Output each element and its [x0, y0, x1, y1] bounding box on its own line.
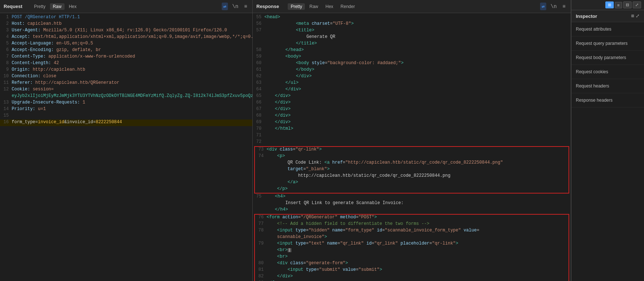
request-line-12b: eyJyb2xlIjoiMjEyMzJmMjk3YTU3YTVhNzQzODkO…	[0, 93, 252, 100]
response-code-area[interactable]: 55 <head> 56 <meta charset="UTF-8"> 57 <…	[253, 13, 571, 281]
list-view-btn[interactable]: ≡	[615, 2, 622, 8]
resp-line-55: 55 <head>	[253, 15, 571, 21]
inspector-item-cookies[interactable]: Request cookies	[571, 65, 644, 79]
request-line-16: 16 form_type=invoice_id&invoice_id=82222…	[0, 120, 252, 126]
request-line-9: 9 Origin: http://capiclean.htb	[0, 67, 252, 74]
inspector-title: Inspector	[576, 13, 597, 19]
resp-line-58: 58 </head>	[253, 47, 571, 54]
inspector-icon-expand[interactable]: ⤢	[636, 13, 640, 19]
menu-icon-response[interactable]: ≡	[561, 3, 567, 10]
wrap-icon-request[interactable]: ⇌	[222, 3, 228, 10]
tab-request-pretty[interactable]: Pretty	[31, 3, 48, 10]
response-tabs: Response Pretty Raw Hex Render	[256, 3, 358, 10]
resp-line-82: 82 </div>	[255, 274, 569, 280]
resp-line-67: 67 </div>	[253, 106, 571, 113]
inspector-item-request-headers[interactable]: Request headers	[571, 79, 644, 93]
resp-line-68: 68 </div>	[253, 113, 571, 120]
inspector-header-icons: ⊞ ⤢	[631, 13, 640, 19]
request-toolbar-right: ⇌ \n ≡	[222, 3, 249, 10]
response-toolbar-right: ⇌ \n ≡	[540, 3, 567, 10]
resp-line-57c: </title>	[253, 41, 571, 47]
resp-line-65: 65 </div>	[253, 93, 571, 100]
request-line-10: 10 Connection: close	[0, 74, 252, 80]
resp-line-74a: 74 <p>	[255, 153, 569, 160]
tab-response-pretty[interactable]: Pretty	[288, 3, 305, 10]
resp-line-74d: http://capiclean.htb/static/qr_code/qr_c…	[255, 173, 569, 180]
resp-line-78a: 78 <input type="hidden" name="form_type"…	[255, 228, 569, 234]
request-title: Request	[4, 4, 22, 9]
resp-line-76: 76 <form action="/QRGenerator" method="P…	[255, 215, 569, 221]
request-line-8: 8 Content-Length: 42	[0, 61, 252, 67]
response-panel: Response Pretty Raw Hex Render ⇌ \n ≡ 55…	[253, 0, 571, 281]
request-line-12a: 12 Cookie: session=	[0, 87, 252, 93]
newline-icon-request[interactable]: \n	[231, 3, 240, 10]
resp-line-66: 66 </div>	[253, 100, 571, 106]
resp-line-75c: </h4>	[253, 207, 571, 214]
resp-line-56: 56 <meta charset="UTF-8">	[253, 21, 571, 28]
inspector-item-body-params[interactable]: Request body parameters	[571, 51, 644, 65]
resp-line-75b: Insert QR Link to generate Scannable Inv…	[253, 200, 571, 207]
resp-line-81: 81 <input type="submit" value="submit">	[255, 267, 569, 274]
wrap-icon-response[interactable]: ⇌	[540, 3, 546, 10]
resp-line-63: 63 </ul>	[253, 80, 571, 87]
grid-view-btn[interactable]: ⊞	[605, 1, 614, 8]
inspector-item-response-headers[interactable]: Response headers	[571, 93, 644, 108]
request-line-1: 1 POST /QRGenerator HTTP/1.1	[0, 15, 252, 21]
request-code-area[interactable]: 1 POST /QRGenerator HTTP/1.1 2 Host: cap…	[0, 13, 252, 281]
resp-line-79b: <br>|	[255, 247, 569, 254]
request-line-15: 15	[0, 113, 252, 120]
inspector-item-request-attributes[interactable]: Request attributes	[571, 22, 644, 36]
request-line-2: 2 Host: capiclean.htb	[0, 21, 252, 28]
menu-icon-request[interactable]: ≡	[243, 3, 249, 10]
resp-line-57b: Generate QR	[253, 34, 571, 41]
resp-line-73: 73 <div class="qr-link">	[255, 147, 569, 153]
request-line-6: 6 Accept-Encoding: gzip, deflate, br	[0, 47, 252, 54]
expand-btn[interactable]: ⤢	[633, 1, 641, 8]
resp-line-60: 60 <body style="background-color: #addae…	[253, 61, 571, 67]
request-line-13: 13 Upgrade-Insecure-Requests: 1	[0, 100, 252, 106]
response-header: Response Pretty Raw Hex Render ⇌ \n ≡	[253, 0, 571, 13]
resp-line-74c: target="_blank">	[255, 167, 569, 173]
response-title: Response	[256, 4, 279, 9]
newline-icon-response[interactable]: \n	[549, 3, 558, 10]
request-line-3: 3 User-Agent: Mozilla/5.0 (X11; Linux x8…	[0, 28, 252, 34]
resp-line-57a: 57 <title>	[253, 28, 571, 34]
resp-line-77: 77 <!-- Add a hidden field to differenti…	[255, 221, 569, 228]
tab-response-raw[interactable]: Raw	[306, 3, 321, 10]
resp-line-71: 71	[253, 133, 571, 139]
resp-line-64: 64 </div>	[253, 87, 571, 93]
resp-line-70: 70 </html>	[253, 126, 571, 133]
request-line-5: 5 Accept-Language: en-US,en;q=0.5	[0, 41, 252, 47]
request-line-4: 4 Accept: text/html,application/xhtml+xm…	[0, 34, 252, 41]
inspector-icon-grid[interactable]: ⊞	[631, 13, 634, 19]
tab-response-hex[interactable]: Hex	[323, 3, 336, 10]
request-panel: Request Pretty Raw Hex ⇌ \n ≡ 1 POST /QR…	[0, 0, 253, 281]
inspector-header: Inspector ⊞ ⤢	[571, 10, 644, 22]
tab-request-hex[interactable]: Hex	[66, 3, 79, 10]
inspector-item-query-params[interactable]: Request query parameters	[571, 36, 644, 51]
response-highlighted-block-2: 76 <form action="/QRGenerator" method="P…	[254, 214, 569, 281]
resp-line-79a: 79 <input type="text" name="qr_link" id=…	[255, 241, 569, 247]
inspector-panel: ⊞ ≡ ⊟ ⤢ Inspector ⊞ ⤢ Request attributes…	[571, 0, 644, 281]
tab-response-render[interactable]: Render	[338, 3, 358, 10]
inspector-top-bar: ⊞ ≡ ⊟ ⤢	[571, 0, 644, 10]
tab-request-raw[interactable]: Raw	[50, 3, 65, 10]
response-highlighted-block-1: 73 <div class="qr-link"> 74 <p> QR Code …	[254, 146, 569, 194]
resp-line-79c: <br>	[255, 254, 569, 261]
request-line-7: 7 Content-Type: application/x-www-form-u…	[0, 54, 252, 61]
resp-line-62: 62 </div>	[253, 74, 571, 80]
resp-line-61: 61 </body>	[253, 67, 571, 74]
resp-line-59: 59 <body>	[253, 54, 571, 61]
resp-line-78b: scannable_invoice">	[255, 234, 569, 241]
request-line-11: 11 Referer: http://capiclean.htb/QRGener…	[0, 80, 252, 87]
resp-line-80: 80 <div class="generate-form">	[255, 261, 569, 267]
split-view-btn[interactable]: ⊟	[623, 1, 632, 8]
resp-line-74b: QR Code Link: <a href="http://capiclean.…	[255, 160, 569, 167]
request-tabs: Request Pretty Raw Hex	[4, 3, 79, 10]
resp-line-74e: </a>	[255, 180, 569, 186]
resp-line-72: 72	[253, 139, 571, 146]
request-line-14: 14 Priority: u=1	[0, 106, 252, 113]
resp-line-69: 69 </div>	[253, 120, 571, 126]
request-header: Request Pretty Raw Hex ⇌ \n ≡	[0, 0, 252, 13]
resp-line-74f: </p>	[255, 186, 569, 193]
